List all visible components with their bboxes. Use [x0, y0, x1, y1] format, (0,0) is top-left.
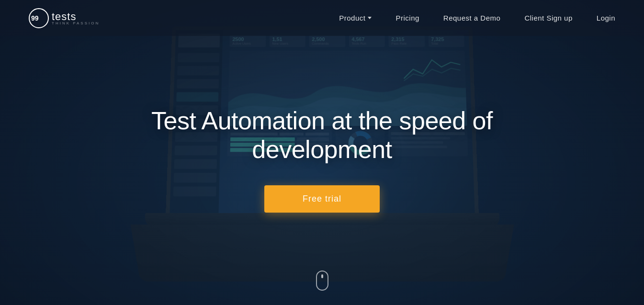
nav-item-demo[interactable]: Request a Demo	[443, 14, 501, 23]
svg-text:99: 99	[31, 14, 39, 22]
mouse-dot	[321, 274, 323, 278]
nav-item-login[interactable]: Login	[597, 14, 615, 23]
mouse-icon	[316, 271, 328, 291]
nav-link-demo[interactable]: Request a Demo	[443, 14, 501, 22]
hero-section: 2500 Active Users 1,51 New Users 2,500 C…	[0, 0, 644, 305]
chevron-down-icon	[368, 17, 372, 19]
hero-title: Test Automation at the speed of developm…	[107, 107, 538, 164]
nav-link-signup[interactable]: Client Sign up	[524, 14, 572, 22]
logo-icon: 99	[29, 8, 49, 28]
logo-text-container: tests THINK PASSION	[52, 11, 100, 25]
nav-label-demo: Request a Demo	[443, 14, 501, 22]
nav-link-login[interactable]: Login	[597, 14, 615, 22]
nav-label-pricing: Pricing	[395, 14, 419, 22]
nav-link-pricing[interactable]: Pricing	[395, 14, 419, 22]
nav-label-login: Login	[597, 14, 615, 22]
navbar: 99 tests THINK PASSION Product Pricing	[0, 0, 644, 36]
logo[interactable]: 99 tests THINK PASSION	[29, 8, 100, 28]
logo-subtext: THINK PASSION	[52, 21, 100, 25]
hero-content: Test Automation at the speed of developm…	[0, 0, 644, 305]
nav-label-product: Product	[339, 14, 365, 22]
nav-label-signup: Client Sign up	[524, 14, 572, 22]
nav-links: Product Pricing Request a Demo Client Si…	[339, 14, 615, 23]
scroll-indicator	[316, 271, 328, 291]
nav-item-product[interactable]: Product	[339, 14, 372, 22]
nav-item-pricing[interactable]: Pricing	[395, 14, 419, 23]
free-trial-button[interactable]: Free trial	[264, 185, 380, 213]
nav-link-product[interactable]: Product	[339, 14, 372, 22]
nav-item-signup[interactable]: Client Sign up	[524, 14, 572, 23]
